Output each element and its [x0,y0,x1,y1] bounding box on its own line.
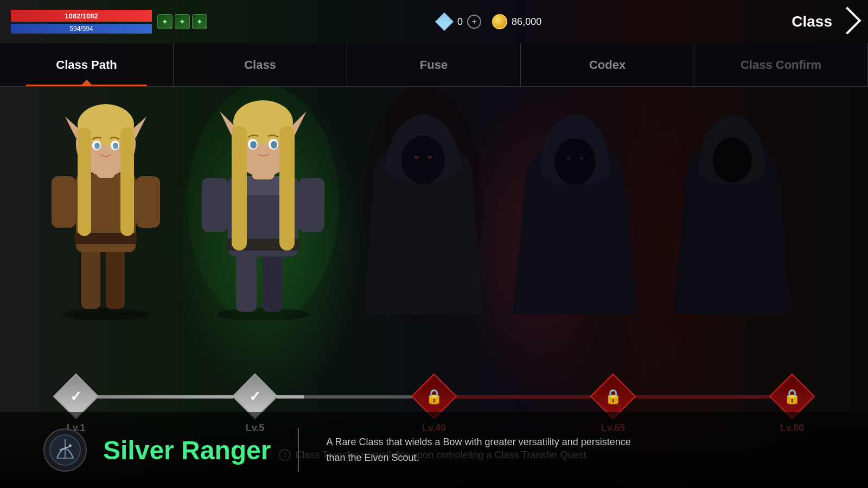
gold-currency: 86,000 [492,14,541,29]
class-name: Silver Ranger [103,435,271,465]
hp-bar: 1082/1082 [11,10,152,22]
node-lv40-diamond: 🔒 [412,375,456,418]
svg-rect-31 [232,126,247,251]
svg-rect-20 [236,249,257,312]
character-4-svg [494,87,656,320]
class-description: A Rare Class that wields a Bow with grea… [326,434,652,466]
svg-point-36 [271,141,277,149]
mp-value: 594/594 [69,25,93,33]
svg-point-44 [713,137,752,183]
buff-icons: ✦ ✦ ✦ [157,14,207,29]
svg-point-39 [414,156,419,159]
hp-value: 1082/1082 [65,12,98,20]
health-bars: 1082/1082 594/594 [11,10,152,34]
svg-point-40 [427,156,432,159]
svg-point-35 [250,141,257,149]
svg-rect-13 [120,127,134,236]
tab-class-confirm[interactable]: Class Confirm [694,43,868,86]
connector-4-5 [635,395,770,399]
svg-rect-6 [136,176,160,228]
node-lv1-diamond: ✓ [54,375,98,418]
svg-rect-1 [81,244,100,309]
character-2 [163,87,363,320]
class-button[interactable]: Class [792,11,857,33]
svg-point-16 [94,143,100,149]
class-button-label: Class [792,13,832,30]
svg-rect-12 [78,127,91,236]
connector-2-3 [277,395,412,399]
character-3-svg [342,87,505,320]
character-2-svg [163,87,363,320]
class-icon-svg [49,434,81,466]
svg-rect-5 [52,176,76,228]
connector-3-4 [456,395,591,399]
svg-point-17 [113,143,118,149]
tab-class[interactable]: Class [174,43,347,86]
character-3-locked [342,87,505,320]
svg-point-43 [580,157,584,160]
nav-tabs: Class Path Class Fuse Codex Class Confir… [0,43,868,87]
svg-rect-2 [106,244,125,309]
bottom-panel: Silver Ranger A Rare Class that wields a… [0,412,868,488]
diamond-value: 0 [457,16,463,28]
svg-point-0 [62,308,149,320]
svg-point-41 [554,138,596,185]
tab-class-path[interactable]: Class Path [0,43,174,86]
tab-fuse[interactable]: Fuse [347,43,521,86]
mp-bar: 594/594 [11,24,152,34]
svg-point-42 [567,157,571,160]
currency-area: 0 + 86,000 [436,13,541,30]
node-lv65-diamond: 🔒 [591,375,635,418]
add-diamonds-button[interactable]: + [467,15,481,29]
buff-icon-3: ✦ [192,14,207,29]
node-lv80-diamond: 🔒 [770,375,814,418]
buff-icon-2: ✦ [175,14,190,29]
class-icon-circle [43,428,87,472]
character-5-locked [651,87,814,320]
character-5-svg [651,87,814,320]
top-hud: 1082/1082 594/594 ✦ ✦ ✦ 0 + 86,000 Class [0,0,868,43]
buff-icon-1: ✦ [157,14,173,29]
class-arrow-icon [834,7,861,35]
character-4-locked [494,87,656,320]
svg-rect-21 [262,249,283,312]
node-lv5-diamond: ✓ [233,375,277,418]
diamond-currency: 0 + [436,13,481,30]
tab-codex[interactable]: Codex [521,43,694,86]
svg-rect-24 [202,178,228,232]
connector-1-2 [98,395,233,399]
svg-rect-32 [279,126,295,251]
svg-point-38 [401,136,445,184]
svg-rect-25 [298,178,324,232]
diamond-icon [436,13,453,30]
class-divider [298,428,299,472]
gold-value: 86,000 [512,16,541,28]
gold-coin-icon [492,14,507,29]
